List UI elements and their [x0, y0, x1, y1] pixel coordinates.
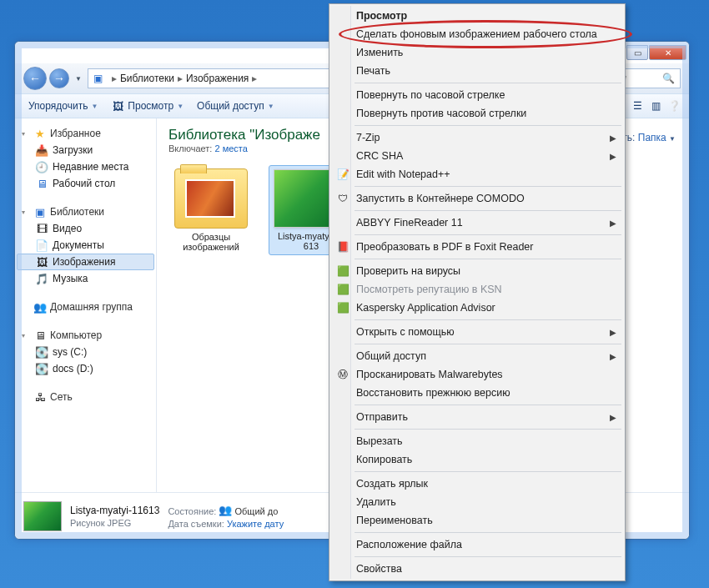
video-icon: 🎞	[35, 222, 48, 235]
comodo-icon: 🛡	[336, 192, 349, 205]
computer-icon: 🖥	[33, 329, 47, 342]
context-item-label: Открыть с помощью	[356, 326, 455, 338]
nav-music[interactable]: 🎵Музыка	[17, 270, 154, 287]
nav-drive-c[interactable]: 💽sys (C:)	[17, 344, 154, 360]
foxit-icon: 📕	[336, 240, 349, 254]
context-item[interactable]: Печать	[331, 62, 623, 80]
nav-downloads[interactable]: 📥Загрузки	[17, 142, 154, 158]
context-item[interactable]: ABBYY FineReader 11▶	[331, 214, 623, 232]
context-item[interactable]: Восстановить прежнюю версию	[331, 384, 623, 402]
context-item[interactable]: Копировать	[331, 450, 623, 469]
crumb-pictures[interactable]: Изображения	[186, 73, 249, 84]
nav-pictures[interactable]: 🖼Изображения	[17, 254, 154, 270]
nav-documents[interactable]: 📄Документы	[17, 237, 154, 254]
context-item[interactable]: CRC SHA▶	[331, 147, 623, 165]
context-item-label: Преобразовать в PDF в Foxit Reader	[356, 241, 533, 253]
context-item[interactable]: Повернуть по часовой стрелке	[331, 86, 623, 104]
crumb-libraries[interactable]: Библиотеки	[120, 73, 174, 84]
navigation-pane: ▾★Избранное 📥Загрузки 🕘Недавние места 🖥Р…	[15, 118, 157, 492]
details-filetype: Рисунок JPEG	[70, 518, 159, 528]
context-item-label: Изменить	[356, 47, 403, 58]
context-item[interactable]: Сделать фоновым изображением рабочего ст…	[331, 25, 623, 43]
context-item[interactable]: 🟩Kaspersky Application Advisor	[331, 299, 623, 317]
context-item[interactable]: Изменить	[331, 43, 623, 62]
context-item[interactable]: ⓂПросканировать Malwarebytes	[331, 365, 623, 384]
ksn-icon: 🟩	[336, 283, 349, 296]
context-item-label: Запустить в Контейнере COMODO	[356, 193, 525, 204]
submenu-arrow-icon: ▶	[610, 328, 616, 337]
context-separator	[354, 319, 621, 320]
context-item[interactable]: Просмотр	[331, 7, 623, 25]
preview-menu[interactable]: 🖼 Просмотр▼	[104, 97, 190, 115]
help-button[interactable]: ❔	[666, 98, 682, 114]
submenu-arrow-icon: ▶	[610, 413, 616, 422]
library-locations-link[interactable]: 2 места	[214, 143, 247, 153]
context-item[interactable]: Вырезать	[331, 432, 623, 450]
picture-icon: 🖼	[111, 99, 124, 113]
context-item[interactable]: Открыть с помощью▶	[331, 323, 623, 341]
malwarebytes-icon: Ⓜ	[336, 368, 349, 381]
nav-history-dropdown[interactable]: ▼	[72, 75, 85, 83]
homegroup-icon: 👥	[33, 300, 47, 314]
context-item[interactable]: 🛡Запустить в Контейнере COMODO	[331, 189, 623, 208]
context-item[interactable]: Повернуть против часовой стрелки	[331, 104, 623, 123]
context-item[interactable]: 7-Zip▶	[331, 128, 623, 147]
nav-drive-d[interactable]: 💽docs (D:)	[17, 360, 154, 377]
context-separator	[354, 556, 621, 557]
libraries-icon: ▣	[92, 72, 105, 85]
context-item[interactable]: Расположение файла	[331, 535, 623, 554]
kaspersky-icon: 🟩	[336, 301, 349, 314]
context-item[interactable]: Свойства	[331, 560, 623, 578]
context-separator	[354, 234, 621, 235]
details-filename: Listya-myatyi-11613	[70, 505, 159, 516]
libraries-header[interactable]: ▾▣Библиотеки	[17, 204, 154, 220]
music-icon: 🎵	[35, 272, 48, 285]
context-item-label: Повернуть по часовой стрелке	[356, 89, 505, 101]
desktop-icon: 🖥	[35, 177, 48, 190]
context-item-label: Свойства	[356, 563, 402, 575]
context-item[interactable]: 📕Преобразовать в PDF в Foxit Reader	[331, 238, 623, 256]
crumb-sep-icon: ▸	[108, 73, 120, 84]
context-item-label: Посмотреть репутацию в KSN	[356, 284, 502, 295]
context-item[interactable]: 📝Edit with Notepad++	[331, 165, 623, 183]
submenu-arrow-icon: ▶	[610, 219, 616, 228]
context-separator	[354, 210, 621, 211]
context-item-label: Общий доступ	[356, 350, 426, 362]
nav-back-button[interactable]: ←	[23, 67, 47, 90]
nav-forward-button[interactable]: →	[49, 68, 69, 88]
context-item-label: Удалить	[356, 496, 396, 508]
computer-header[interactable]: ▾🖥Компьютер	[17, 327, 154, 344]
libraries-icon: ▣	[33, 205, 47, 219]
organize-menu[interactable]: Упорядочить▼	[22, 98, 104, 114]
context-item[interactable]: Переименовать	[331, 511, 623, 530]
preview-pane-button[interactable]: ▥	[647, 98, 664, 114]
context-separator	[354, 471, 621, 472]
drive-icon: 💽	[35, 362, 48, 375]
context-item[interactable]: Создать ярлык	[331, 475, 623, 493]
details-thumbnail	[23, 501, 62, 531]
context-item[interactable]: 🟩Проверить на вирусы	[331, 262, 623, 280]
downloads-icon: 📥	[35, 143, 48, 157]
context-item-label: 7-Zip	[356, 132, 380, 143]
context-item[interactable]: Общий доступ▶	[331, 347, 623, 365]
close-button[interactable]: ✕	[649, 45, 686, 60]
nav-videos[interactable]: 🎞Видео	[17, 220, 154, 237]
details-date-link[interactable]: Укажите дату	[227, 519, 284, 529]
maximize-button[interactable]: ▭	[626, 45, 648, 60]
nav-recent[interactable]: 🕘Недавние места	[17, 158, 154, 175]
search-icon: 🔍	[662, 73, 675, 84]
star-icon: ★	[33, 127, 47, 140]
homegroup-header[interactable]: 👥Домашняя группа	[17, 299, 154, 315]
share-menu[interactable]: Общий доступ▼	[190, 98, 281, 114]
favorites-header[interactable]: ▾★Избранное	[17, 125, 154, 142]
drive-icon: 💽	[35, 345, 48, 359]
view-options-button[interactable]: ☰	[629, 98, 646, 114]
context-separator	[354, 344, 621, 344]
network-header[interactable]: 🖧Сеть	[17, 389, 154, 405]
context-item[interactable]: Отправить▶	[331, 408, 623, 426]
context-item[interactable]: Удалить	[331, 493, 623, 511]
folder-sample-pictures[interactable]: Образцы изображений	[168, 165, 254, 255]
network-icon: 🖧	[33, 390, 47, 404]
nav-desktop[interactable]: 🖥Рабочий стол	[17, 175, 154, 192]
context-item-label: Переименовать	[356, 515, 433, 526]
